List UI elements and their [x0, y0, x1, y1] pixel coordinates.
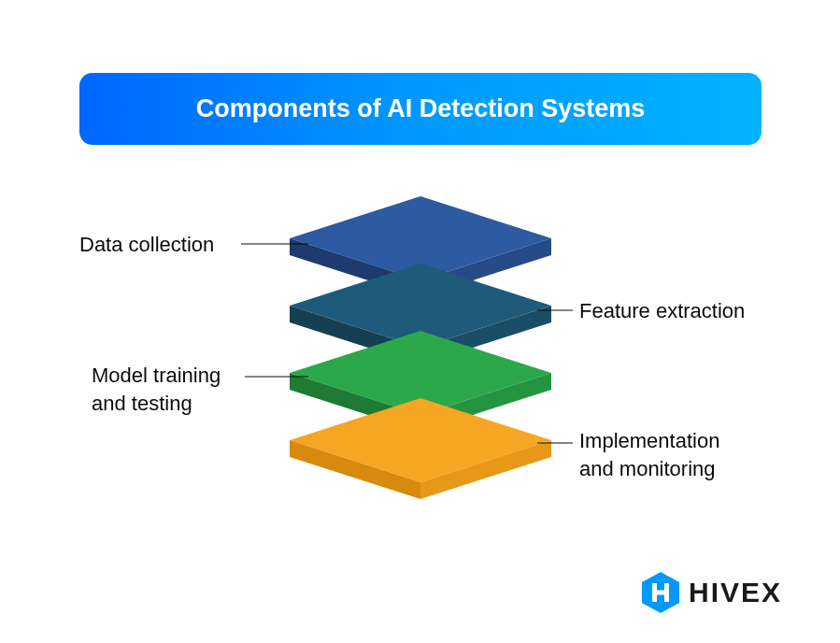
connector-2	[537, 309, 573, 311]
connector-3	[245, 376, 308, 378]
label-data-collection: Data collection	[79, 231, 214, 259]
label-feature-extraction: Feature extraction	[579, 297, 745, 325]
hivex-hex-icon	[642, 572, 679, 613]
brand-logo: HIVEX	[642, 572, 782, 613]
connector-1	[241, 243, 308, 245]
layered-diagram: Data collection Feature extraction Model…	[0, 196, 840, 533]
brand-name: HIVEX	[689, 577, 782, 608]
diagram-title: Components of AI Detection Systems	[196, 94, 646, 123]
label-implementation: Implementation and monitoring	[579, 427, 719, 482]
layer-implementation	[290, 398, 551, 514]
connector-4	[537, 442, 573, 444]
label-model-training: Model training and testing	[92, 362, 221, 417]
svg-rect-19	[652, 591, 669, 595]
title-bar: Components of AI Detection Systems	[79, 73, 762, 145]
